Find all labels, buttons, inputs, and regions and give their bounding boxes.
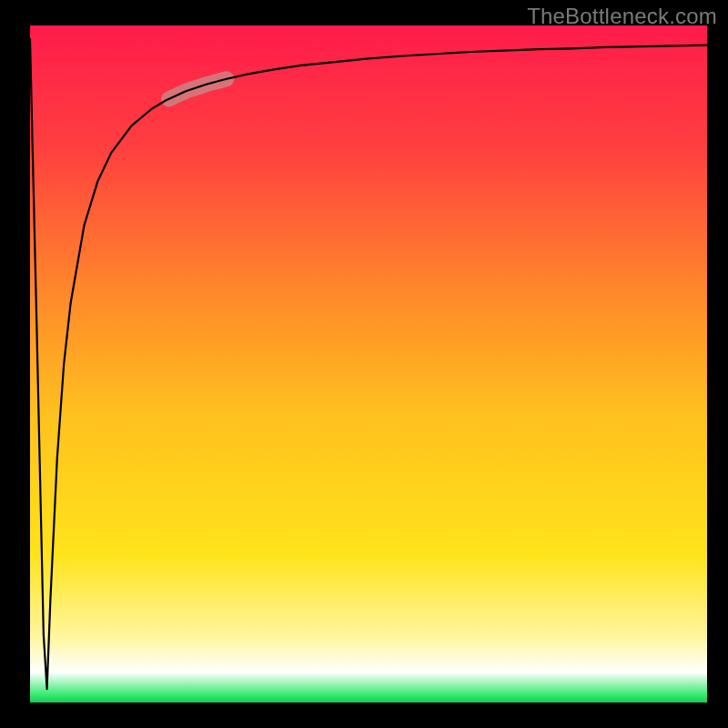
plot-svg bbox=[30, 25, 707, 703]
plot-frame bbox=[30, 25, 707, 703]
watermark-text: TheBottleneck.com bbox=[527, 4, 717, 29]
chart-stage: TheBottleneck.com bbox=[0, 0, 728, 728]
